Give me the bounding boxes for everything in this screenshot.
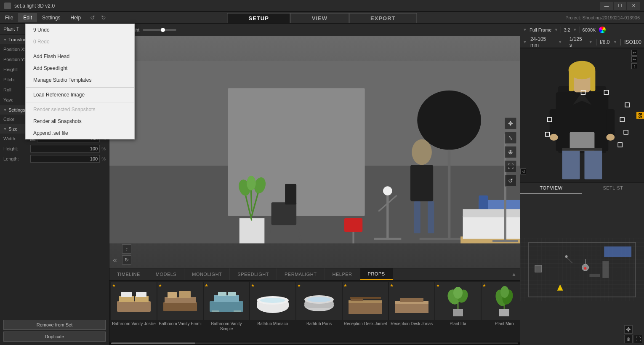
length-label: Length: [3, 156, 29, 161]
undo-menu-item[interactable]: 9 Undo [26, 24, 134, 36]
menu-separator-1 [26, 49, 134, 49]
roll-label: Roll: [3, 87, 29, 92]
prop-item-bathroom-vanity-josilie[interactable]: ★ Bathroom Vanity Josilie [111, 282, 157, 326]
svg-rect-38 [119, 296, 134, 302]
tab-topview[interactable]: TOPVIEW [520, 183, 582, 194]
prop-item-bathtub-paris[interactable]: ★ Bathtub Paris [296, 282, 342, 326]
selected-object-label: Plant T [3, 26, 19, 32]
maximize-button[interactable]: ☐ [614, 2, 626, 10]
length-input[interactable] [30, 155, 100, 163]
topview-zoom-icon[interactable]: ⊕ [624, 335, 633, 343]
svg-rect-66 [400, 298, 423, 302]
svg-rect-60 [349, 302, 382, 314]
svg-rect-94 [550, 109, 558, 136]
color-wheel-icon[interactable] [599, 27, 606, 33]
remove-from-set-button[interactable]: Remove from Set [3, 320, 106, 330]
ref-expand-icon[interactable]: ◁ [520, 168, 526, 174]
undo-button[interactable]: ↺ [88, 13, 98, 22]
titlebar: set.a.light 3D v2.0 — ☐ ✕ [0, 0, 644, 12]
prop-item-bathroom-vanity-simple[interactable]: ★ Bathroom Vanity Simple [204, 282, 249, 332]
prop-label-monaco: Bathtub Monaco [250, 320, 295, 326]
tab-export[interactable]: EXPORT [349, 13, 417, 23]
panel-buttons: Remove from Set Duplicate [0, 316, 109, 345]
expand-tabs-icon[interactable]: ▲ [508, 270, 520, 279]
move-control-btn[interactable]: ✥ [505, 118, 516, 129]
duplicate-button[interactable]: Duplicate [3, 332, 106, 342]
ref-control-3[interactable]: ↕ [631, 63, 637, 69]
sort-icon[interactable]: ↕ [122, 244, 131, 254]
prop-item-reception-desk-jamiel[interactable]: ★ Reception Desk Jamiel [343, 282, 388, 326]
menu-separator-2 [26, 87, 134, 88]
expand-arrows-btn[interactable]: ⤡ [505, 132, 516, 144]
props-scrollbar[interactable] [109, 342, 520, 345]
prop-label-plant-ida: Plant Ida [435, 320, 481, 326]
ref-control-1[interactable]: ↩ [631, 50, 637, 56]
tab-timeline[interactable]: TIMELINE [109, 268, 148, 280]
prop-svg-paris [300, 284, 338, 318]
prop-item-plant-ida[interactable]: ★ Plant Ida [435, 282, 481, 326]
svg-rect-44 [168, 292, 177, 298]
load-reference-item[interactable]: Load Reference Image [26, 89, 134, 101]
prop-thumb-jamiel: ★ [343, 282, 388, 320]
tab-speedlight[interactable]: SPEEDLIGHT [230, 268, 277, 280]
size-triangle-icon: ▼ [3, 127, 7, 131]
svg-rect-32 [463, 209, 520, 217]
props-scrollbar-thumb[interactable] [111, 342, 195, 344]
refresh-icon[interactable]: ↻ [122, 255, 131, 265]
prop-item-plant-miro[interactable]: ★ Plant Miro [482, 282, 520, 326]
append-set-item[interactable]: Append .set file [26, 127, 134, 139]
redo-button[interactable]: ↻ [98, 13, 109, 22]
help-menu[interactable]: Help [65, 13, 86, 22]
slider-thumb[interactable] [161, 28, 165, 32]
zoom-btn[interactable]: ⊕ [505, 146, 516, 158]
edit-menu[interactable]: Edit [18, 13, 37, 22]
triangle-icon: ▼ [3, 38, 7, 42]
light-slider[interactable] [143, 29, 176, 31]
tab-helper[interactable]: HELPER [325, 268, 360, 280]
tab-view[interactable]: VIEW [290, 13, 349, 23]
add-flash-head-item[interactable]: Add Flash Head [26, 51, 134, 62]
prop-item-bathtub-monaco[interactable]: ★ Bathtub Monaco [250, 282, 295, 326]
close-button[interactable]: ✕ [627, 2, 640, 10]
prop-item-bathroom-vanity-emmi[interactable]: ★ Bathroom Vanity Emmi [157, 282, 203, 326]
svg-point-26 [247, 176, 256, 190]
minimize-button[interactable]: — [600, 2, 613, 10]
chevron-left-icon[interactable]: « [113, 256, 117, 265]
topview-zoom-controls: ⊕ ⛶ [624, 335, 642, 343]
fullscreen-btn[interactable]: ⛶ [505, 160, 516, 172]
render-all-item[interactable]: Render all Snapshots [26, 115, 134, 127]
render-selected-item: Render selected Snapshots [26, 104, 134, 115]
topview-arrows: ✥ [624, 325, 642, 334]
tab-monolight[interactable]: MONOLIGHT [184, 268, 230, 280]
slider-track[interactable] [143, 29, 176, 31]
svg-point-97 [606, 134, 615, 141]
svg-point-3 [417, 91, 481, 150]
ref-control-2[interactable]: ⇔ [631, 56, 637, 62]
tab-setup[interactable]: SETUP [227, 13, 290, 23]
topview-move-icon[interactable]: ✥ [624, 325, 633, 334]
svg-rect-51 [234, 310, 241, 312]
topview-canvas [520, 194, 644, 345]
ratio-label: 3:2 [564, 27, 570, 32]
tab-setlist[interactable]: SETLIST [582, 183, 644, 194]
svg-rect-86 [569, 70, 574, 91]
topview-fullscreen-icon[interactable]: ⛶ [634, 335, 642, 343]
redo-menu-item: 0 Redo [26, 36, 134, 48]
tab-models[interactable]: MODELS [148, 268, 184, 280]
edit-dropdown-menu: 9 Undo 0 Redo Add Flash Head Add Speedli… [25, 24, 135, 139]
reference-svg [520, 48, 644, 183]
prop-item-reception-desk-jonas[interactable]: ★ Reception Desk Jonas [389, 282, 434, 326]
height-size-input[interactable] [30, 145, 100, 152]
prop-thumb-josilie: ★ [111, 282, 157, 320]
settings-menu[interactable]: Settings [37, 13, 65, 22]
manage-studio-item[interactable]: Manage Studio Templates [26, 74, 134, 86]
rotate-btn[interactable]: ↺ [505, 175, 516, 187]
file-menu[interactable]: File [0, 13, 18, 22]
height-size-unit: % [101, 146, 106, 151]
svg-point-96 [550, 134, 558, 141]
svg-rect-114 [589, 274, 600, 277]
add-speedlight-item[interactable]: Add Speedlight [26, 62, 134, 74]
position-y-label: Position Y: [3, 57, 29, 62]
tab-permalight[interactable]: PERMALIGHT [277, 268, 325, 280]
tab-props[interactable]: PROPS [360, 268, 393, 280]
